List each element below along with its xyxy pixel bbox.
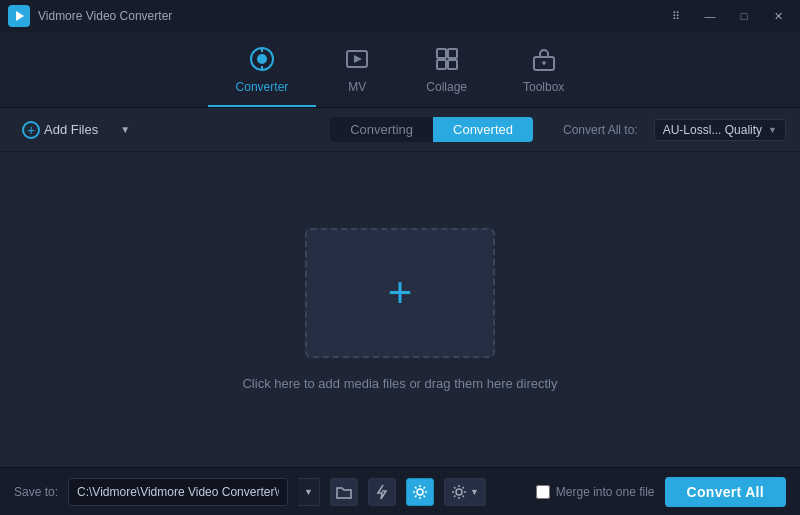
merge-checkbox[interactable] [536, 485, 550, 499]
svg-point-14 [417, 489, 423, 495]
settings-caret-icon: ▼ [470, 487, 479, 497]
drop-hint: Click here to add media files or drag th… [242, 376, 557, 391]
svg-rect-8 [448, 49, 457, 58]
quick-convert-button[interactable] [368, 478, 396, 506]
converter-icon [249, 46, 275, 76]
convert-all-button[interactable]: Convert All [665, 477, 786, 507]
nav-item-mv[interactable]: MV [316, 32, 398, 107]
svg-point-15 [456, 489, 462, 495]
add-files-button[interactable]: + Add Files [14, 117, 106, 143]
collage-label: Collage [426, 80, 467, 94]
toolbar: + Add Files ▼ Converting Converted Conve… [0, 108, 800, 152]
save-to-label: Save to: [14, 485, 58, 499]
menu-button[interactable]: ⠿ [662, 7, 690, 25]
toolbox-label: Toolbox [523, 80, 564, 94]
title-bar-controls: ⠿ — □ ✕ [662, 7, 792, 25]
convert-format-selector[interactable]: AU-Lossl... Quality ▼ [654, 119, 786, 141]
output-settings-button[interactable] [406, 478, 434, 506]
save-path-input[interactable] [68, 478, 288, 506]
format-caret-icon: ▼ [768, 125, 777, 135]
close-button[interactable]: ✕ [764, 7, 792, 25]
convert-all-label: Convert All to: [563, 123, 638, 137]
tab-group: Converting Converted [330, 117, 533, 142]
open-folder-button[interactable] [330, 478, 358, 506]
nav-item-collage[interactable]: Collage [398, 32, 495, 107]
add-media-icon: + [388, 272, 413, 314]
title-bar: Vidmore Video Converter ⠿ — □ ✕ [0, 0, 800, 32]
add-files-dropdown-button[interactable]: ▼ [116, 122, 134, 137]
svg-point-3 [257, 54, 267, 64]
settings-dropdown-button[interactable]: ▼ [444, 478, 486, 506]
add-files-label: Add Files [44, 122, 98, 137]
main-content: + Click here to add media files or drag … [0, 152, 800, 467]
format-value: AU-Lossl... Quality [663, 123, 762, 137]
add-files-icon: + [22, 121, 40, 139]
app-title: Vidmore Video Converter [38, 9, 172, 23]
merge-checkbox-wrap: Merge into one file [536, 485, 655, 499]
converter-label: Converter [236, 80, 289, 94]
collage-icon [434, 46, 460, 76]
converting-tab[interactable]: Converting [330, 117, 433, 142]
svg-rect-9 [437, 60, 446, 69]
svg-rect-10 [448, 60, 457, 69]
nav-item-toolbox[interactable]: Toolbox [495, 32, 592, 107]
maximize-button[interactable]: □ [730, 7, 758, 25]
nav-item-converter[interactable]: Converter [208, 32, 317, 107]
save-path-dropdown-button[interactable]: ▼ [298, 478, 320, 506]
svg-rect-7 [437, 49, 446, 58]
mv-label: MV [348, 80, 366, 94]
merge-label[interactable]: Merge into one file [556, 485, 655, 499]
converted-tab[interactable]: Converted [433, 117, 533, 142]
mv-icon [344, 46, 370, 76]
app-logo-icon [8, 5, 30, 27]
minimize-button[interactable]: — [696, 7, 724, 25]
toolbox-icon [531, 46, 557, 76]
nav-bar: Converter MV Collage [0, 32, 800, 108]
drop-zone[interactable]: + [305, 228, 495, 358]
bottom-bar: Save to: ▼ ▼ Merge into one file Convert… [0, 467, 800, 515]
title-bar-left: Vidmore Video Converter [8, 5, 172, 27]
